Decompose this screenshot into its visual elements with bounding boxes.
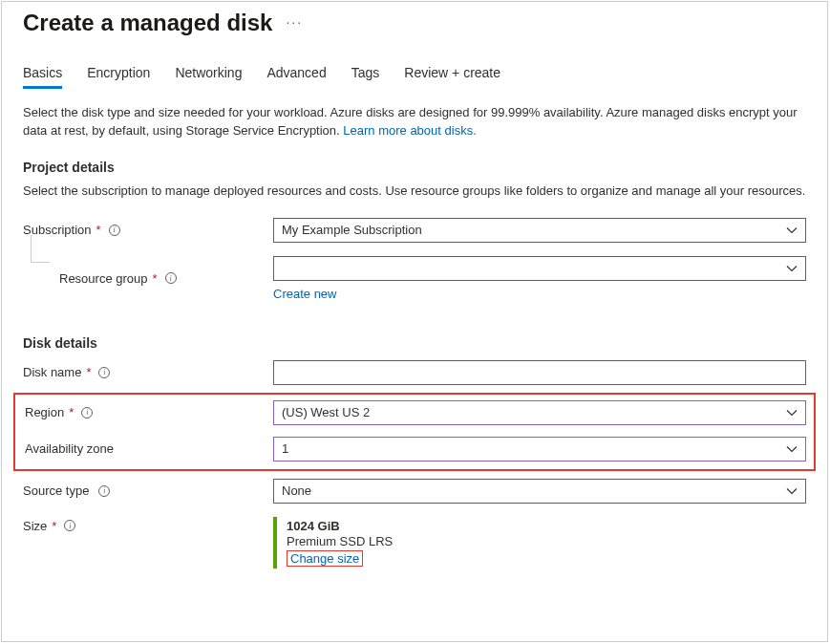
- resource-group-label-text: Resource group: [59, 271, 148, 286]
- required-indicator: *: [86, 365, 91, 379]
- page-title: Create a managed disk: [23, 10, 272, 36]
- resource-group-row: Resource group * i Create new: [23, 256, 806, 301]
- region-select[interactable]: (US) West US 2: [273, 400, 806, 425]
- region-row: Region * i (US) West US 2: [23, 400, 806, 425]
- info-icon[interactable]: i: [64, 520, 75, 531]
- tab-tags[interactable]: Tags: [351, 65, 380, 89]
- chevron-down-icon: [786, 407, 798, 419]
- chevron-down-icon: [786, 263, 798, 274]
- size-tier: Premium SSD LRS: [287, 534, 806, 548]
- source-type-label: Source type i: [23, 483, 273, 498]
- availability-zone-label-text: Availability zone: [25, 441, 114, 456]
- availability-zone-label: Availability zone: [23, 441, 273, 456]
- chevron-down-icon: [786, 485, 798, 497]
- disk-details-heading: Disk details: [23, 335, 806, 351]
- panel-header: Create a managed disk ···: [23, 10, 806, 36]
- required-indicator: *: [153, 271, 158, 286]
- tab-networking[interactable]: Networking: [175, 65, 242, 89]
- size-label-text: Size: [23, 519, 47, 533]
- subscription-value: My Example Subscription: [282, 223, 422, 237]
- availability-zone-select[interactable]: 1: [273, 437, 806, 462]
- info-icon[interactable]: i: [98, 367, 110, 378]
- change-size-link[interactable]: Change size: [287, 550, 363, 567]
- tab-encryption[interactable]: Encryption: [87, 65, 150, 89]
- tab-advanced[interactable]: Advanced: [266, 65, 326, 89]
- size-value: 1024 GiB: [287, 519, 806, 533]
- subscription-label-text: Subscription: [23, 223, 92, 237]
- availability-zone-row: Availability zone 1: [23, 437, 806, 462]
- project-details-heading: Project details: [23, 160, 806, 175]
- region-zone-highlight: Region * i (US) West US 2 Availability z…: [13, 393, 816, 471]
- tab-bar: Basics Encryption Networking Advanced Ta…: [23, 65, 806, 89]
- source-type-value: None: [282, 483, 311, 498]
- resource-group-label: Resource group * i: [23, 271, 273, 286]
- create-managed-disk-panel: Create a managed disk ··· Basics Encrypt…: [1, 1, 828, 642]
- size-row: Size * i 1024 GiB Premium SSD LRS Change…: [23, 517, 806, 569]
- chevron-down-icon: [786, 443, 798, 455]
- required-indicator: *: [96, 223, 101, 237]
- tab-review[interactable]: Review + create: [404, 65, 500, 89]
- region-value: (US) West US 2: [282, 405, 370, 419]
- project-details-desc: Select the subscription to manage deploy…: [23, 182, 806, 201]
- info-icon[interactable]: i: [98, 485, 110, 497]
- resource-group-select[interactable]: [273, 256, 806, 281]
- subscription-select[interactable]: My Example Subscription: [273, 218, 806, 243]
- region-label-text: Region: [25, 405, 64, 419]
- disk-name-input[interactable]: [273, 360, 806, 385]
- source-type-label-text: Source type: [23, 483, 89, 498]
- required-indicator: *: [52, 519, 56, 533]
- intro-text: Select the disk type and size needed for…: [23, 104, 806, 140]
- required-indicator: *: [69, 405, 74, 419]
- info-icon[interactable]: i: [81, 407, 93, 419]
- availability-zone-value: 1: [282, 441, 288, 456]
- source-type-row: Source type i None: [23, 479, 806, 504]
- disk-name-row: Disk name * i: [23, 360, 806, 385]
- region-label: Region * i: [23, 405, 273, 419]
- info-icon[interactable]: i: [165, 272, 177, 284]
- info-icon[interactable]: i: [109, 225, 120, 236]
- size-summary: 1024 GiB Premium SSD LRS Change size: [273, 517, 806, 569]
- learn-more-link[interactable]: Learn more about disks.: [343, 123, 476, 138]
- more-actions-icon[interactable]: ···: [286, 15, 303, 31]
- disk-name-label: Disk name * i: [23, 365, 273, 379]
- size-label: Size * i: [23, 517, 273, 533]
- source-type-select[interactable]: None: [273, 479, 806, 504]
- tab-basics[interactable]: Basics: [23, 65, 62, 89]
- create-new-link[interactable]: Create new: [273, 287, 806, 301]
- subscription-row: Subscription * i My Example Subscription: [23, 218, 806, 243]
- disk-name-label-text: Disk name: [23, 365, 81, 379]
- subscription-label: Subscription * i: [23, 223, 273, 237]
- chevron-down-icon: [786, 225, 798, 236]
